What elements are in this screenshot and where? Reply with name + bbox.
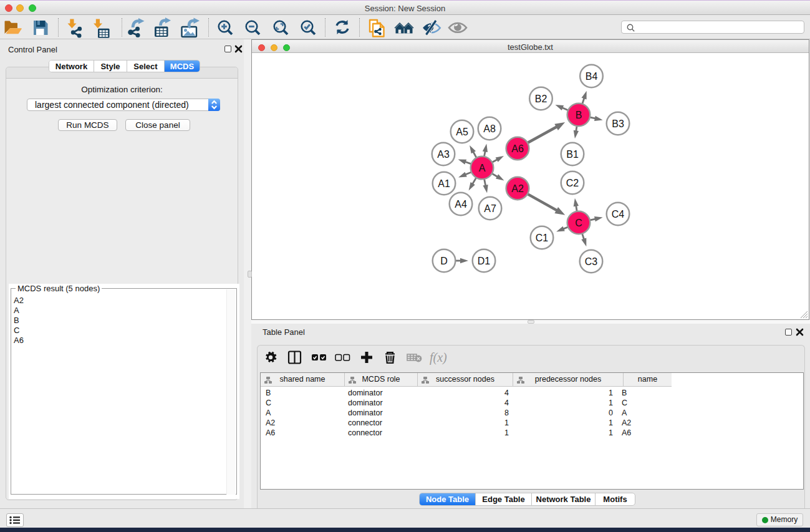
svg-text:B2: B2 bbox=[535, 94, 547, 104]
svg-text:B: B bbox=[576, 110, 582, 120]
svg-text:C3: C3 bbox=[585, 256, 598, 267]
svg-text:D1: D1 bbox=[478, 256, 491, 266]
svg-text:A8: A8 bbox=[483, 123, 496, 134]
svg-text:A6: A6 bbox=[511, 143, 524, 154]
svg-text:A5: A5 bbox=[456, 127, 468, 137]
svg-text:A2: A2 bbox=[511, 183, 524, 194]
svg-text:B4: B4 bbox=[586, 71, 598, 82]
svg-text:A1: A1 bbox=[438, 178, 450, 189]
svg-text:B1: B1 bbox=[566, 149, 579, 160]
svg-text:A7: A7 bbox=[484, 203, 496, 214]
svg-text:A4: A4 bbox=[455, 199, 467, 210]
svg-text:C2: C2 bbox=[566, 178, 579, 188]
svg-text:C: C bbox=[575, 218, 582, 228]
svg-text:A: A bbox=[479, 163, 486, 173]
svg-text:B3: B3 bbox=[612, 118, 624, 129]
svg-text:A3: A3 bbox=[437, 149, 450, 160]
svg-text:C4: C4 bbox=[612, 209, 625, 220]
svg-text:C1: C1 bbox=[536, 233, 549, 243]
svg-text:f(x): f(x) bbox=[430, 351, 447, 365]
svg-text:D: D bbox=[440, 256, 448, 266]
